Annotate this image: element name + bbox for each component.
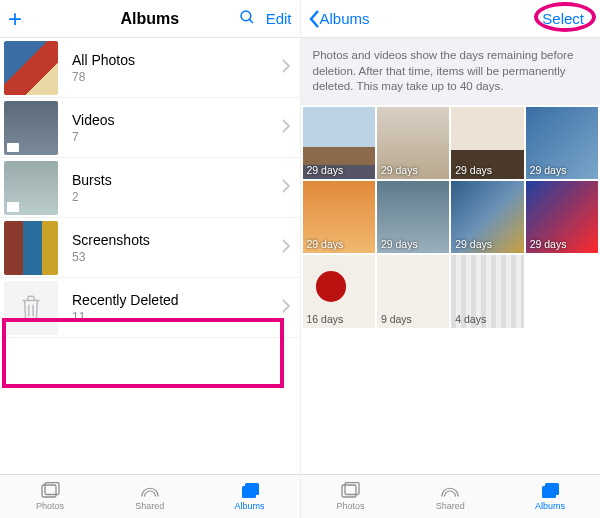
chevron-right-icon (282, 119, 290, 137)
chevron-right-icon (282, 179, 290, 197)
albums-navbar: + Albums Edit (0, 0, 300, 38)
chevron-right-icon (282, 239, 290, 257)
tab-label: Photos (336, 501, 364, 511)
tab-albums[interactable]: Albums (500, 475, 600, 518)
svg-point-0 (241, 11, 251, 21)
grid-cell[interactable]: 4 days (451, 255, 523, 327)
svg-rect-11 (545, 483, 559, 495)
days-label: 9 days (381, 313, 412, 325)
days-label: 16 days (307, 313, 344, 325)
grid-cell[interactable]: 29 days (526, 181, 598, 253)
days-label: 29 days (455, 164, 492, 176)
photos-tab-icon (339, 482, 361, 500)
album-title: Videos (72, 112, 282, 128)
edit-button[interactable]: Edit (266, 10, 292, 27)
days-label: 29 days (530, 164, 567, 176)
album-row-screenshots[interactable]: Screenshots 53 (0, 218, 300, 278)
grid-cell[interactable]: 29 days (451, 181, 523, 253)
album-thumb (4, 281, 58, 335)
grid-cell[interactable]: 29 days (451, 107, 523, 179)
trash-icon (18, 293, 44, 323)
album-thumb (4, 101, 58, 155)
days-label: 29 days (530, 238, 567, 250)
album-count: 53 (72, 250, 282, 264)
tab-label: Shared (135, 501, 164, 511)
days-label: 29 days (381, 238, 418, 250)
svg-rect-4 (42, 485, 56, 497)
back-label: Albums (320, 10, 370, 27)
info-banner: Photos and videos show the days remainin… (301, 38, 601, 105)
days-label: 29 days (307, 164, 344, 176)
shared-tab-icon (439, 482, 461, 500)
tab-label: Albums (535, 501, 565, 511)
tab-photos[interactable]: Photos (0, 475, 100, 518)
grid-cell[interactable]: 29 days (377, 181, 449, 253)
shared-tab-icon (139, 482, 161, 500)
album-list: All Photos 78 Videos 7 Bursts 2 (0, 38, 300, 474)
tab-label: Shared (436, 501, 465, 511)
album-thumb (4, 161, 58, 215)
days-label: 4 days (455, 313, 486, 325)
svg-rect-8 (342, 485, 356, 497)
grid-cell[interactable]: 29 days (303, 107, 375, 179)
tab-bar: Photos Shared Albums (301, 474, 601, 518)
album-row-recently-deleted[interactable]: Recently Deleted 11 (0, 278, 300, 338)
tab-photos[interactable]: Photos (301, 475, 401, 518)
days-label: 29 days (381, 164, 418, 176)
chevron-right-icon (282, 299, 290, 317)
deleted-navbar: Albums Select (301, 0, 601, 38)
chevron-right-icon (282, 59, 290, 77)
days-label: 29 days (307, 238, 344, 250)
days-label: 29 days (455, 238, 492, 250)
search-icon[interactable] (238, 8, 256, 29)
albums-tab-icon (239, 482, 261, 500)
album-row-all-photos[interactable]: All Photos 78 (0, 38, 300, 98)
back-button[interactable]: Albums (309, 10, 370, 28)
tab-shared[interactable]: Shared (100, 475, 200, 518)
albums-tab-icon (539, 482, 561, 500)
tab-shared[interactable]: Shared (400, 475, 500, 518)
album-count: 7 (72, 130, 282, 144)
svg-rect-5 (45, 483, 59, 495)
svg-line-1 (249, 19, 253, 23)
tab-bar: Photos Shared Albums (0, 474, 300, 518)
grid-cell[interactable]: 29 days (377, 107, 449, 179)
album-count: 11 (72, 310, 282, 324)
album-row-bursts[interactable]: Bursts 2 (0, 158, 300, 218)
photo-grid: 29 days 29 days 29 days 29 days 29 days … (301, 105, 601, 328)
grid-cell[interactable]: 29 days (526, 107, 598, 179)
album-row-videos[interactable]: Videos 7 (0, 98, 300, 158)
nav-title: Albums (120, 10, 179, 28)
select-button[interactable]: Select (534, 8, 592, 29)
add-album-button[interactable]: + (8, 7, 22, 31)
photos-tab-icon (39, 482, 61, 500)
svg-rect-9 (345, 483, 359, 495)
album-thumb (4, 221, 58, 275)
album-count: 2 (72, 190, 282, 204)
tab-label: Albums (235, 501, 265, 511)
album-count: 78 (72, 70, 282, 84)
album-title: All Photos (72, 52, 282, 68)
album-title: Screenshots (72, 232, 282, 248)
album-thumb (4, 41, 58, 95)
album-title: Bursts (72, 172, 282, 188)
grid-cell[interactable]: 9 days (377, 255, 449, 327)
tab-albums[interactable]: Albums (200, 475, 300, 518)
svg-rect-7 (245, 483, 259, 495)
tab-label: Photos (36, 501, 64, 511)
album-title: Recently Deleted (72, 292, 282, 308)
grid-cell[interactable]: 29 days (303, 181, 375, 253)
grid-cell[interactable]: 16 days (303, 255, 375, 327)
